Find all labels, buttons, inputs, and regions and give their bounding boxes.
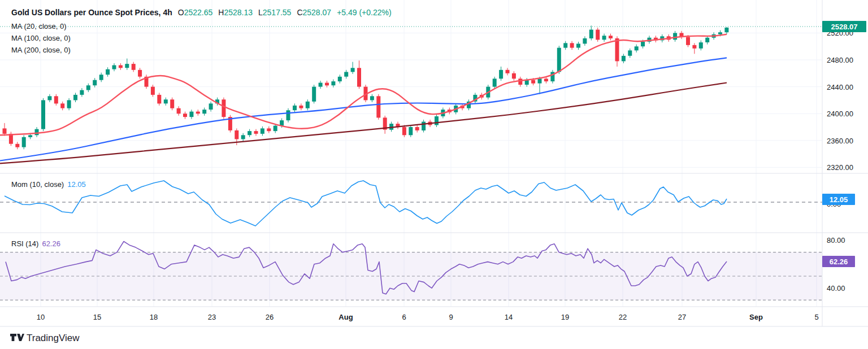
axis-time-label: 9	[449, 313, 453, 321]
axis-time-label: 23	[208, 313, 216, 321]
ohlc-number: 2517.55	[263, 8, 292, 17]
legend-ma200[interactable]: MA (200, close, 0)	[11, 46, 71, 54]
axis-price-label: 2320.00	[827, 163, 853, 172]
axis-time-label: 15	[93, 313, 101, 321]
axis-time-label: 19	[561, 313, 569, 321]
change-value: +5.49 (+0.22%)	[337, 8, 392, 17]
current-price-badge: 2528.07	[822, 21, 866, 32]
momentum-value: 12.05	[67, 180, 86, 189]
axis-time-label: 10	[37, 313, 45, 321]
axis-time-label: 27	[678, 313, 686, 321]
momentum-value-badge: 12.05	[822, 194, 855, 205]
ohlc-number: 2528.07	[303, 8, 332, 17]
axis-price-label: 2440.00	[827, 82, 853, 91]
rsi-value-badge: 62.26	[822, 256, 855, 267]
axis-price-label: 2400.00	[827, 110, 853, 118]
axis-time-label: Sep	[749, 313, 763, 321]
momentum-pane[interactable]	[0, 173, 822, 233]
axis-time-label: 5	[814, 313, 818, 321]
axis-time-label: 14	[505, 313, 513, 321]
axis-time-label: 6	[402, 313, 406, 321]
symbol-header[interactable]: Gold US Dollars per Ounce Spot Prices, 4…	[11, 8, 392, 17]
axis-time-label: 26	[266, 313, 274, 321]
legend-rsi[interactable]: RSI (14)62.26	[11, 239, 60, 248]
axis-price-label: 2480.00	[827, 56, 853, 64]
axis-price-label: 2360.00	[827, 136, 853, 145]
tradingview-chart-page: { "header": { "title": "Gold US Dollars …	[0, 0, 868, 349]
axis-price-label: 80.00	[827, 236, 845, 245]
ohlc-letter: O	[178, 8, 184, 17]
axis-time-label: 22	[619, 313, 627, 321]
legend-ma100[interactable]: MA (100, close, 0)	[11, 34, 71, 42]
ohlc-number: 2522.65	[184, 8, 213, 17]
ohlc-letter: C	[297, 8, 302, 17]
axis-time-label: Aug	[338, 313, 353, 321]
axis-price-label: 40.00	[827, 284, 845, 293]
ohlc-number: 2528.13	[224, 8, 253, 17]
rsi-label: RSI (14)	[11, 239, 38, 248]
ohlc-letter: L	[258, 8, 263, 17]
tradingview-brand-text[interactable]: TradingView	[27, 333, 80, 344]
rsi-pane[interactable]	[0, 233, 822, 307]
time-axis[interactable]	[0, 307, 822, 326]
axis-time-label: 18	[150, 313, 158, 321]
rsi-value: 62.26	[42, 239, 60, 248]
legend-ma20[interactable]: MA (20, close, 0)	[11, 22, 67, 30]
symbol-title[interactable]: Gold US Dollars per Ounce Spot Prices, 4…	[11, 8, 172, 17]
tradingview-logo-icon[interactable]	[10, 332, 24, 343]
momentum-label: Mom (10, close)	[11, 180, 64, 189]
price-pane[interactable]	[0, 0, 822, 173]
ohlc-values: O2522.65H2528.13L2517.55C2528.07	[172, 8, 331, 17]
legend-momentum[interactable]: Mom (10, close)12.05	[11, 180, 86, 189]
ohlc-letter: H	[218, 8, 224, 17]
